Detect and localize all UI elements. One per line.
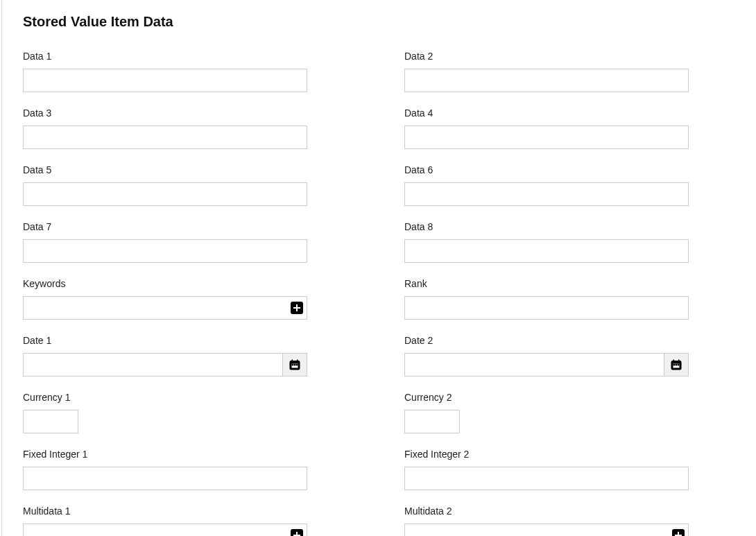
- plus-icon[interactable]: [291, 529, 303, 536]
- label-currency2: Currency 2: [404, 392, 689, 403]
- field-data1: Data 1: [23, 51, 307, 92]
- input-fixedinteger2[interactable]: [404, 467, 689, 490]
- field-fixedinteger1: Fixed Integer 1: [23, 449, 307, 490]
- field-multidata2: Multidata 2: [404, 505, 689, 536]
- input-data3[interactable]: [23, 126, 307, 149]
- field-keywords: Keywords: [23, 278, 307, 320]
- label-fixedinteger1: Fixed Integer 1: [23, 449, 307, 460]
- label-data3: Data 3: [23, 107, 307, 119]
- field-data2: Data 2: [404, 51, 689, 92]
- field-date1: Date 1: [23, 335, 307, 377]
- field-data5: Data 5: [23, 164, 307, 206]
- plus-icon[interactable]: [672, 529, 685, 536]
- label-data4: Data 4: [404, 107, 689, 119]
- date-picker-button[interactable]: [664, 353, 689, 377]
- input-wrapper-date2: [404, 353, 689, 377]
- date-picker-button[interactable]: [282, 353, 307, 377]
- input-keywords[interactable]: [23, 296, 307, 320]
- label-multidata2: Multidata 2: [404, 505, 689, 517]
- input-wrapper-keywords: [23, 296, 307, 320]
- calendar-icon: [670, 358, 682, 371]
- field-currency1: Currency 1: [23, 392, 307, 433]
- label-currency1: Currency 1: [23, 392, 307, 403]
- svg-point-12: [676, 364, 677, 365]
- field-data7: Data 7: [23, 221, 307, 263]
- label-fixedinteger2: Fixed Integer 2: [404, 449, 689, 460]
- input-wrapper-multidata1: [23, 524, 307, 536]
- field-multidata1: Multidata 1: [23, 505, 307, 536]
- input-multidata1[interactable]: [23, 524, 307, 536]
- label-multidata1: Multidata 1: [23, 505, 307, 517]
- svg-point-13: [678, 364, 679, 365]
- field-rank: Rank: [404, 278, 689, 320]
- input-rank[interactable]: [404, 296, 689, 320]
- label-data6: Data 6: [404, 164, 689, 175]
- label-data2: Data 2: [404, 51, 689, 62]
- label-data7: Data 7: [23, 221, 307, 232]
- field-fixedinteger2: Fixed Integer 2: [404, 449, 689, 490]
- svg-point-6: [296, 364, 298, 365]
- input-currency1[interactable]: [23, 410, 78, 433]
- input-data7[interactable]: [23, 239, 307, 263]
- field-data8: Data 8: [404, 221, 689, 263]
- svg-point-4: [292, 364, 293, 365]
- input-date2[interactable]: [404, 353, 664, 377]
- field-date2: Date 2: [404, 335, 689, 377]
- page-title: Stored Value Item Data: [23, 14, 735, 30]
- svg-point-11: [673, 364, 675, 365]
- label-rank: Rank: [404, 278, 689, 289]
- input-fixedinteger1[interactable]: [23, 467, 307, 490]
- input-data1[interactable]: [23, 69, 307, 92]
- label-data8: Data 8: [404, 221, 689, 232]
- input-data2[interactable]: [404, 69, 689, 92]
- label-date1: Date 1: [23, 335, 307, 346]
- plus-icon[interactable]: [291, 302, 303, 314]
- form-grid: Data 1 Data 2 Data 3 Data 4 Data 5 Data …: [23, 51, 689, 536]
- input-currency2[interactable]: [404, 410, 460, 433]
- input-date1[interactable]: [23, 353, 282, 377]
- label-data1: Data 1: [23, 51, 307, 62]
- field-data6: Data 6: [404, 164, 689, 206]
- field-data3: Data 3: [23, 107, 307, 149]
- field-data4: Data 4: [404, 107, 689, 149]
- input-data8[interactable]: [404, 239, 689, 263]
- label-keywords: Keywords: [23, 278, 307, 289]
- input-wrapper-multidata2: [404, 524, 689, 536]
- input-data5[interactable]: [23, 182, 307, 206]
- field-currency2: Currency 2: [404, 392, 689, 433]
- input-multidata2[interactable]: [404, 524, 689, 536]
- svg-point-5: [294, 364, 295, 365]
- label-date2: Date 2: [404, 335, 689, 346]
- label-data5: Data 5: [23, 164, 307, 175]
- input-data4[interactable]: [404, 126, 689, 149]
- input-wrapper-date1: [23, 353, 307, 377]
- calendar-icon: [289, 358, 301, 371]
- input-data6[interactable]: [404, 182, 689, 206]
